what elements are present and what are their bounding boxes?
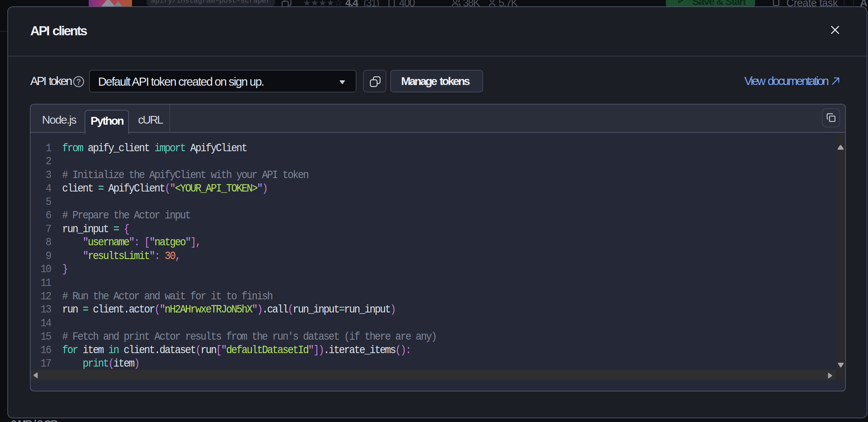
svg-text:?: ? <box>76 78 81 86</box>
